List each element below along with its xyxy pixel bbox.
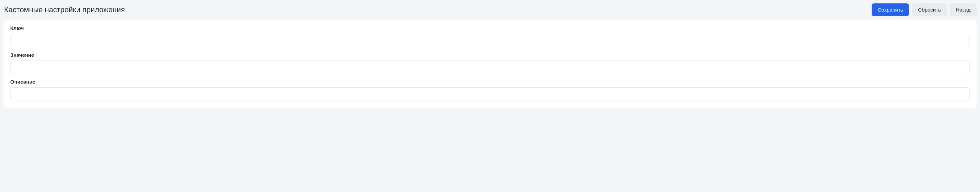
form-card: Ключ Значение Описание <box>3 20 977 108</box>
reset-button[interactable]: Сбросить <box>912 3 947 16</box>
key-input[interactable] <box>10 34 970 47</box>
key-label: Ключ <box>10 25 970 31</box>
value-input[interactable] <box>10 60 970 74</box>
description-input[interactable] <box>10 87 970 101</box>
description-label: Описание <box>10 79 970 85</box>
save-button[interactable]: Сохранить <box>872 3 910 16</box>
page-header: Кастомные настройки приложения Сохранить… <box>3 3 977 20</box>
value-label: Значение <box>10 52 970 58</box>
form-group-description: Описание <box>10 79 970 101</box>
form-group-value: Значение <box>10 52 970 74</box>
form-group-key: Ключ <box>10 25 970 47</box>
back-button[interactable]: Назад <box>950 3 977 16</box>
header-actions: Сохранить Сбросить Назад <box>872 3 977 16</box>
page-title: Кастомные настройки приложения <box>3 5 125 14</box>
